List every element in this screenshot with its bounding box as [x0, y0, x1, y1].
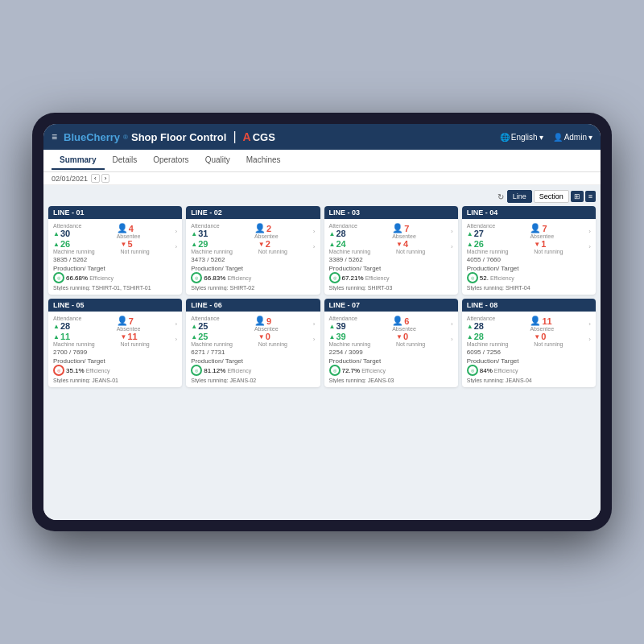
line-05-body: Attendance ▲28 👤7 Absentee › ▲11	[48, 312, 182, 387]
date-row: 02/01/2021 ‹ ›	[43, 172, 601, 185]
admin-button[interactable]: 👤 Admin ▾	[553, 133, 592, 142]
lines-grid: LINE - 01 Attendance ▲30 👤4 Absentee	[48, 206, 596, 387]
globe-icon: 🌐	[500, 133, 510, 142]
line-01-body: Attendance ▲30 👤4 Absentee › ▲26	[48, 219, 182, 295]
line-02-header: LINE - 02	[186, 206, 320, 219]
cgs-name: CGS	[253, 131, 275, 143]
cgs-logo: A CGS	[243, 130, 275, 143]
line-03-card: LINE - 03 Attendance ▲28 👤7 Absentee	[324, 206, 458, 295]
brand-reg: ®	[123, 134, 128, 141]
view-toggle: Line Section ⊞ ≡	[507, 190, 596, 203]
line-05-card: LINE - 05 Attendance ▲28 👤7 Absentee	[48, 299, 182, 387]
line-view-button[interactable]: Line	[507, 190, 532, 203]
brand-subtitle: Shop Floor Control	[131, 131, 226, 143]
line-08-header: LINE - 08	[462, 299, 596, 312]
tab-machines[interactable]: Machines	[238, 151, 289, 170]
refresh-icon[interactable]: ↻	[497, 192, 504, 201]
nav-tabs: Summary Details Operators Quality Machin…	[52, 151, 289, 170]
tab-quality[interactable]: Quality	[197, 151, 238, 170]
line-07-card: LINE - 07 Attendance ▲39 👤6 Absentee	[324, 299, 458, 387]
nav-bar: Summary Details Operators Quality Machin…	[43, 150, 601, 172]
user-icon: 👤	[553, 133, 563, 142]
line-07-body: Attendance ▲39 👤6 Absentee › ▲39	[324, 312, 458, 387]
line-04-header: LINE - 04	[462, 206, 596, 219]
grid-icon[interactable]: ⊞	[571, 191, 584, 202]
line-01-header: LINE - 01	[48, 206, 182, 219]
main-content: ↻ Line Section ⊞ ≡ LINE - 01 Attenda	[43, 185, 601, 520]
tablet-screen: ≡ BlueCherry ® Shop Floor Control | A CG…	[43, 124, 601, 520]
line-03-header: LINE - 03	[324, 206, 458, 219]
line-03-body: Attendance ▲28 👤7 Absentee › ▲24	[324, 219, 458, 295]
lang-arrow: ▾	[539, 133, 543, 142]
line-07-header: LINE - 07	[324, 299, 458, 312]
cgs-icon: A	[243, 130, 251, 143]
hamburger-icon[interactable]: ≡	[52, 131, 57, 142]
current-date: 02/01/2021	[52, 175, 88, 183]
line-05-header: LINE - 05	[48, 299, 182, 312]
line-04-body: Attendance ▲27 👤7 Absentee › ▲26	[462, 219, 596, 295]
top-controls: ↻ Line Section ⊞ ≡	[48, 190, 596, 203]
lang-label: English	[511, 133, 538, 142]
tab-details[interactable]: Details	[105, 151, 146, 170]
line-04-card: LINE - 04 Attendance ▲27 👤7 Absentee	[462, 206, 596, 295]
section-view-button[interactable]: Section	[534, 190, 569, 203]
brand-divider: |	[233, 130, 236, 144]
line-06-header: LINE - 06	[186, 299, 320, 312]
line-08-card: LINE - 08 Attendance ▲28 👤11 Absentee	[462, 299, 596, 387]
app-title: ≡ BlueCherry ® Shop Floor Control | A CG…	[52, 130, 275, 144]
list-icon[interactable]: ≡	[585, 191, 596, 202]
admin-label: Admin	[564, 133, 587, 142]
app-header: ≡ BlueCherry ® Shop Floor Control | A CG…	[43, 124, 601, 150]
header-right: 🌐 English ▾ 👤 Admin ▾	[500, 133, 592, 142]
tablet-device: ≡ BlueCherry ® Shop Floor Control | A CG…	[32, 113, 612, 531]
language-button[interactable]: 🌐 English ▾	[500, 133, 543, 142]
tab-operators[interactable]: Operators	[145, 151, 196, 170]
date-prev-button[interactable]: ‹	[91, 174, 100, 183]
date-next-button[interactable]: ›	[101, 174, 110, 183]
line-01-card: LINE - 01 Attendance ▲30 👤4 Absentee	[48, 206, 182, 295]
tab-summary[interactable]: Summary	[52, 151, 105, 170]
line-02-card: LINE - 02 Attendance ▲31 👤2 Absentee	[186, 206, 320, 295]
line-08-body: Attendance ▲28 👤11 Absentee › ▲28	[462, 312, 596, 387]
admin-arrow: ▾	[588, 133, 592, 142]
line-02-body: Attendance ▲31 👤2 Absentee › ▲29	[186, 219, 320, 295]
line-06-card: LINE - 06 Attendance ▲25 👤9 Absentee	[186, 299, 320, 387]
line-06-body: Attendance ▲25 👤9 Absentee › ▲25	[186, 312, 320, 387]
date-navigation: ‹ ›	[91, 174, 109, 183]
brand-name: BlueCherry	[64, 131, 120, 143]
